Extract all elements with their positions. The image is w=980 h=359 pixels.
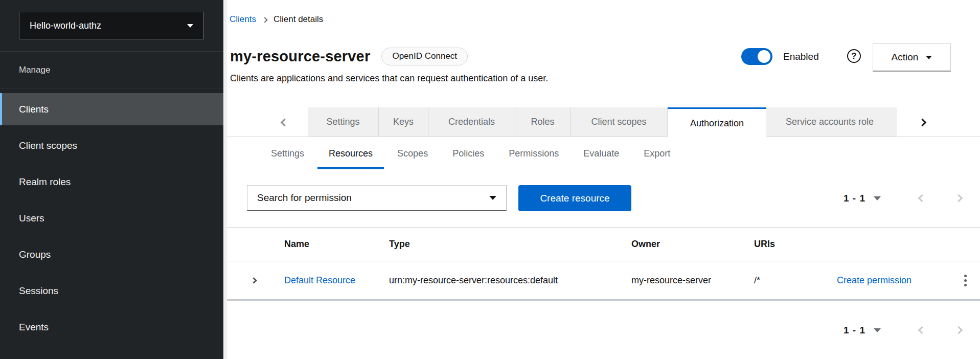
chevron-left-icon	[918, 326, 926, 334]
resource-uris-cell: /*	[754, 275, 797, 286]
subtab-export[interactable]: Export	[632, 138, 681, 169]
column-header-name: Name	[284, 239, 389, 250]
sidebar-scroll-gutter	[223, 0, 227, 359]
sidebar: Hello-world-authz Manage Clients Client …	[0, 0, 223, 359]
authorization-subtabs: Settings Resources Scopes Policies Permi…	[260, 138, 681, 169]
chevron-down-icon	[874, 328, 881, 332]
sidebar-item-sessions[interactable]: Sessions	[0, 275, 223, 307]
column-header-type: Type	[389, 239, 631, 250]
sidebar-nav: Clients Client scopes Realm roles Users …	[0, 93, 223, 343]
chevron-left-icon	[280, 118, 288, 126]
pagination-bottom-menu[interactable]: 1 - 1	[844, 317, 881, 343]
sidebar-item-groups[interactable]: Groups	[0, 238, 223, 271]
table-header-row: Name Type Owner URIs	[223, 228, 980, 261]
chevron-right-icon	[954, 326, 963, 334]
keycloak-admin-console: Hello-world-authz Manage Clients Client …	[0, 0, 980, 359]
resource-owner-cell: my-resource-server	[631, 275, 754, 286]
pagination-next-button[interactable]	[949, 317, 968, 343]
tab-scroll-right-button[interactable]	[912, 107, 932, 137]
table-row: Default Resource urn:my-resource-server:…	[223, 261, 980, 299]
search-permission-label: Search for permission	[257, 192, 489, 204]
pagination-top-menu[interactable]: 1 - 1	[844, 185, 881, 211]
resource-name-link[interactable]: Default Resource	[284, 275, 389, 286]
tab-keys[interactable]: Keys	[379, 107, 428, 137]
resource-type-cell: urn:my-resource-server:resources:default	[389, 275, 631, 286]
create-permission-link[interactable]: Create permission	[837, 275, 911, 286]
subtab-resources[interactable]: Resources	[317, 138, 384, 169]
action-dropdown-button[interactable]: Action	[873, 43, 951, 72]
row-expand-button[interactable]	[223, 278, 284, 283]
tab-credentials[interactable]: Credentials	[428, 107, 515, 137]
breadcrumb-current: Client details	[274, 14, 323, 25]
breadcrumb-clients-link[interactable]: Clients	[230, 14, 256, 25]
pagination-range: 1 - 1	[844, 193, 865, 204]
tab-settings[interactable]: Settings	[308, 107, 379, 137]
subtab-evaluate[interactable]: Evaluate	[572, 138, 630, 169]
sidebar-item-users[interactable]: Users	[0, 202, 223, 234]
chevron-down-icon	[926, 56, 932, 59]
chevron-down-icon	[187, 24, 193, 28]
tab-authorization[interactable]: Authorization	[668, 107, 766, 138]
column-header-uris: URIs	[754, 239, 797, 250]
sidebar-item-events[interactable]: Events	[0, 311, 223, 343]
sidebar-divider	[0, 51, 223, 52]
subtab-scopes[interactable]: Scopes	[386, 138, 439, 169]
sidebar-section-label: Manage	[19, 65, 50, 75]
create-resource-button[interactable]: Create resource	[518, 185, 631, 211]
client-tabs: Settings Keys Credentials Roles Client s…	[308, 107, 897, 138]
chevron-down-icon	[489, 196, 496, 200]
action-dropdown-label: Action	[892, 52, 919, 63]
search-permission-select[interactable]: Search for permission	[247, 185, 507, 211]
chevron-right-icon	[250, 277, 257, 284]
pagination-range: 1 - 1	[844, 325, 865, 336]
chevron-left-icon	[918, 194, 926, 203]
enabled-toggle[interactable]	[741, 48, 772, 65]
chevron-right-icon	[954, 194, 963, 203]
page-title: my-resource-server	[230, 48, 370, 65]
realm-selector-label: Hello-world-authz	[30, 20, 187, 31]
pagination-prev-button[interactable]	[912, 317, 931, 343]
kebab-menu-button[interactable]	[961, 272, 970, 289]
tab-scroll-left-button[interactable]	[274, 107, 294, 137]
breadcrumb: Clients Client details	[230, 13, 323, 26]
toggle-knob	[758, 50, 770, 63]
enabled-label: Enabled	[783, 51, 819, 62]
protocol-badge: OpenID Connect	[381, 48, 468, 65]
sidebar-item-clients[interactable]: Clients	[0, 93, 223, 125]
table-border-bottom	[223, 299, 980, 301]
help-icon[interactable]: ?	[847, 49, 861, 63]
subtab-permissions[interactable]: Permissions	[497, 138, 570, 169]
sidebar-divider	[0, 88, 223, 88]
page-description: Clients are applications and services th…	[230, 73, 548, 84]
column-header-owner: Owner	[631, 239, 754, 250]
subtab-policies[interactable]: Policies	[441, 138, 495, 169]
chevron-right-icon	[262, 17, 267, 23]
page-header: my-resource-server OpenID Connect	[230, 45, 468, 68]
sidebar-item-realm-roles[interactable]: Realm roles	[0, 166, 223, 198]
chevron-down-icon	[874, 196, 881, 200]
realm-selector[interactable]: Hello-world-authz	[19, 12, 204, 39]
sidebar-item-client-scopes[interactable]: Client scopes	[0, 129, 223, 162]
pagination-prev-button[interactable]	[912, 185, 931, 211]
pagination-next-button[interactable]	[949, 185, 968, 211]
tab-client-scopes[interactable]: Client scopes	[571, 107, 668, 137]
chevron-right-icon	[918, 118, 926, 126]
tab-service-accounts-roles[interactable]: Service accounts role	[766, 107, 897, 137]
tab-roles[interactable]: Roles	[515, 107, 571, 137]
subtab-settings[interactable]: Settings	[260, 138, 315, 169]
